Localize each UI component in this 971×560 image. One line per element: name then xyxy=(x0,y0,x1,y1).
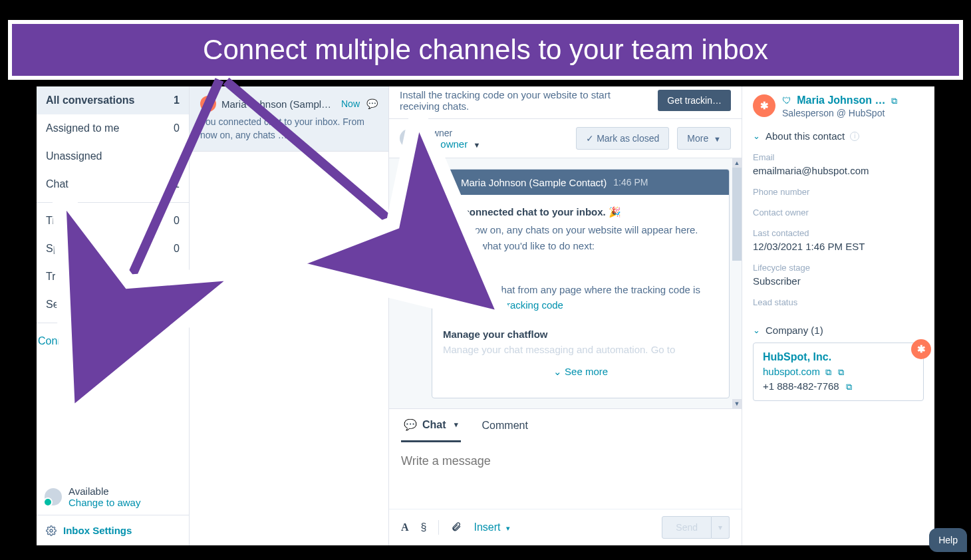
nav-label: Unassigned xyxy=(46,150,102,162)
nav-count: 1 xyxy=(174,94,180,106)
nav-assigned-to-me[interactable]: Assigned to me 0 xyxy=(37,114,189,142)
composer xyxy=(389,442,742,509)
nav-all-conversations[interactable]: All conversations 1 xyxy=(37,86,189,114)
nav-label: Assigned to me xyxy=(46,122,119,134)
nav-count: 0 xyxy=(174,215,180,227)
conversation-item[interactable]: ✱ Maria Johnson (Sample … Now 💬 You conn… xyxy=(190,86,388,152)
insert-label: Insert xyxy=(474,521,500,533)
nav-spam[interactable]: Spam 0 xyxy=(37,235,189,263)
company-domain-link[interactable]: hubspot.com xyxy=(763,366,820,377)
tracking-banner: Install the tracking code on your websit… xyxy=(389,86,742,119)
get-tracking-button[interactable]: Get trackin… xyxy=(658,90,731,111)
availability-status: Available xyxy=(69,486,140,497)
hubspot-icon: ✱ xyxy=(200,96,216,112)
owner-bar: Owner No owner ▼ ✓ Mark as closed More ▼ xyxy=(389,119,742,158)
paperclip-icon xyxy=(451,521,462,532)
hubspot-icon: ✱ xyxy=(911,339,931,359)
nav-label: Chat xyxy=(46,178,69,190)
see-more-label: See more xyxy=(565,366,608,377)
nav-chat[interactable]: Chat 1 xyxy=(37,170,189,198)
scroll-down-icon[interactable]: ▼ xyxy=(732,399,742,408)
attachment-button[interactable] xyxy=(451,521,462,533)
external-link-icon[interactable]: ⧉ xyxy=(825,367,831,377)
divider xyxy=(438,520,439,535)
company-phone: +1 888-482-7768 xyxy=(763,380,839,392)
message-thread: ✱ 💬 Maria Johnson (Sample Contact) 1:46 … xyxy=(389,158,742,408)
nav-unassigned[interactable]: Unassigned xyxy=(37,142,189,170)
contact-name-link[interactable]: Maria Johnson … xyxy=(797,94,885,106)
owner-label: Owner xyxy=(425,128,480,138)
caret-down-icon: ▼ xyxy=(714,135,721,143)
nav-label: Spam xyxy=(46,243,74,255)
scroll-up-icon[interactable]: ▲ xyxy=(732,158,742,168)
inbox-settings-link[interactable]: Inbox Settings xyxy=(37,515,189,545)
help-button[interactable]: Help xyxy=(929,528,967,552)
conversation-list: ✱ Maria Johnson (Sample … Now 💬 You conn… xyxy=(190,86,389,545)
tab-comment[interactable]: Comment xyxy=(480,409,531,442)
manage-faded-text: Manage your chat messaging and automatio… xyxy=(443,342,718,357)
chevron-down-icon: ⌄ xyxy=(753,325,760,335)
user-avatar-icon xyxy=(45,488,62,505)
field-value-email[interactable]: emailmaria@hubspot.com xyxy=(753,165,924,176)
availability-toggle-link[interactable]: Change to away xyxy=(69,497,140,508)
scroll-thumb[interactable] xyxy=(732,168,742,261)
field-label-phone: Phone number xyxy=(753,187,924,197)
availability-widget: Available Change to away xyxy=(37,479,189,515)
composer-tabs: 💬 Chat ▾ Comment xyxy=(389,408,742,442)
scrollbar[interactable]: ▲ ▼ xyxy=(732,158,742,408)
send-button[interactable]: Send xyxy=(662,516,712,539)
gear-icon xyxy=(46,525,57,536)
see-more-toggle[interactable]: ⌄ See more xyxy=(443,357,718,388)
external-link-icon[interactable]: ⧉ xyxy=(891,96,897,106)
insert-menu[interactable]: Insert ▾ xyxy=(474,521,509,533)
svg-point-0 xyxy=(50,529,53,532)
caret-down-icon: ▼ xyxy=(473,141,480,149)
mark-as-closed-button[interactable]: ✓ Mark as closed xyxy=(576,127,669,150)
field-label-lead-status: Lead status xyxy=(753,297,924,307)
nav-trash[interactable]: Trash xyxy=(37,263,189,291)
manage-chatflow-heading: Manage your chatflow xyxy=(443,327,718,342)
sidebar: All conversations 1 Assigned to me 0 Una… xyxy=(37,86,190,545)
font-format-button[interactable]: A xyxy=(401,521,409,533)
banner-title: Connect multiple channels to your team i… xyxy=(203,34,768,66)
company-name: HubSpot, Inc. xyxy=(763,351,914,363)
app-shell: All conversations 1 Assigned to me 0 Una… xyxy=(37,86,934,545)
field-label-lifecycle: Lifecycle stage xyxy=(753,263,924,273)
tab-label: Chat xyxy=(422,419,446,431)
get-tracking-code-link[interactable]: Get tracking code xyxy=(485,299,563,311)
send-options-button[interactable]: ▾ xyxy=(712,516,730,539)
message-sender: Maria Johnson (Sample Contact) xyxy=(461,177,607,188)
company-section-header[interactable]: ⌄ Company (1) xyxy=(753,325,924,336)
field-label-owner: Contact owner xyxy=(753,208,924,217)
conversation-preview: You connected chat to your inbox. From n… xyxy=(200,116,378,142)
owner-value: No owner xyxy=(425,138,468,150)
snippet-button[interactable]: § xyxy=(421,521,427,533)
nav-tickets[interactable]: Tickets 0 xyxy=(37,207,189,235)
copy-icon[interactable]: ⧉ xyxy=(846,382,852,392)
annotation-banner: Connect multiple channels to your team i… xyxy=(8,20,963,80)
more-button[interactable]: More ▼ xyxy=(677,127,731,150)
try-it-out-heading: Try it out xyxy=(443,267,718,282)
message-input[interactable] xyxy=(401,454,730,468)
tab-chat[interactable]: 💬 Chat ▾ xyxy=(401,409,461,442)
owner-avatar-icon xyxy=(400,129,418,148)
owner-select[interactable]: No owner ▼ xyxy=(425,138,480,150)
check-icon: ✓ xyxy=(586,133,594,144)
about-contact-section-header[interactable]: ⌄ About this contact i xyxy=(753,130,924,142)
connect-another-channel-link[interactable]: Connect another channel xyxy=(37,327,189,355)
section-title: About this contact xyxy=(765,130,845,142)
close-label: Mark as closed xyxy=(597,133,659,144)
nav-sent[interactable]: Sent xyxy=(37,291,189,319)
nav-label: Trash xyxy=(46,271,72,283)
conversation-contact-name: Maria Johnson (Sample … xyxy=(221,98,336,110)
section-title: Company (1) xyxy=(765,325,823,336)
field-label-email: Email xyxy=(753,152,924,162)
nav-label: Sent xyxy=(46,299,68,311)
copy-icon[interactable]: ⧉ xyxy=(838,367,844,377)
composer-toolbar: A § Insert ▾ Send ▾ xyxy=(389,509,742,545)
main-pane: Install the tracking code on your websit… xyxy=(389,86,742,545)
chat-icon: 💬 xyxy=(404,418,417,431)
try-body-text: Send a test chat from any page where the… xyxy=(443,284,700,311)
company-card[interactable]: ✱ HubSpot, Inc. hubspot.com ⧉ ⧉ +1 888-4… xyxy=(753,343,924,401)
hubspot-icon: ✱ xyxy=(753,94,775,117)
